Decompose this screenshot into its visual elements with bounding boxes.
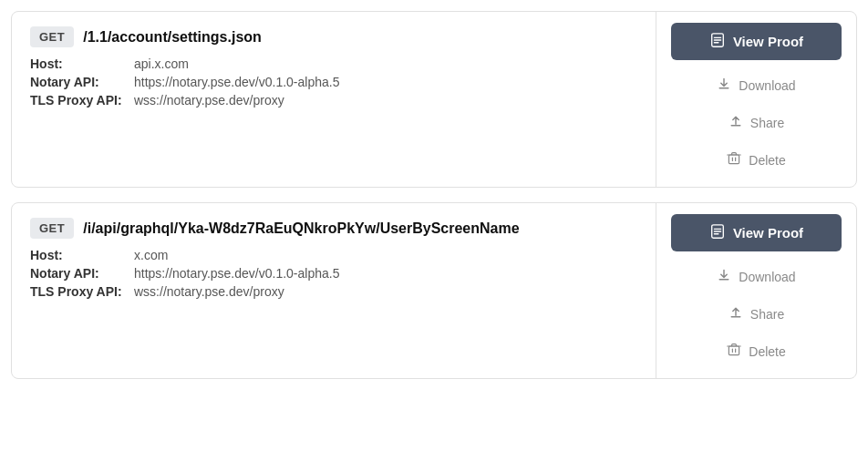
view-proof-button[interactable]: View Proof xyxy=(671,23,842,60)
method-badge: GET xyxy=(30,218,74,239)
delete-button[interactable]: Delete xyxy=(671,335,842,367)
endpoint-row: GET /1.1/account/settings.json xyxy=(30,26,637,47)
endpoint-row: GET /i/api/graphql/Yka-W8dz7RaEuQNkroPkY… xyxy=(30,218,637,239)
record-card-2: GET /i/api/graphql/Yka-W8dz7RaEuQNkroPkY… xyxy=(11,202,857,379)
tls-value: wss://notary.pse.dev/proxy xyxy=(134,284,284,299)
host-value: api.x.com xyxy=(134,56,189,71)
delete-icon xyxy=(727,343,741,360)
share-icon xyxy=(728,305,743,323)
view-proof-label: View Proof xyxy=(733,34,803,49)
view-proof-icon xyxy=(709,223,726,242)
card-actions-1: View Proof Download Shar xyxy=(656,12,856,187)
delete-icon xyxy=(727,151,741,169)
notary-label: Notary API: xyxy=(30,75,130,89)
view-proof-label: View Proof xyxy=(733,225,803,241)
delete-label: Delete xyxy=(749,153,785,168)
download-button[interactable]: Download xyxy=(671,69,842,101)
tls-row: TLS Proxy API: wss://notary.pse.dev/prox… xyxy=(30,284,637,299)
share-label: Share xyxy=(750,116,784,130)
notary-value: https://notary.pse.dev/v0.1.0-alpha.5 xyxy=(134,266,339,281)
delete-button[interactable]: Delete xyxy=(671,144,842,176)
view-proof-button[interactable]: View Proof xyxy=(671,214,842,251)
method-badge: GET xyxy=(30,26,74,47)
endpoint-path: /1.1/account/settings.json xyxy=(83,29,262,46)
card-actions-2: View Proof Download Shar xyxy=(656,203,856,378)
record-card-1: GET /1.1/account/settings.json Host: api… xyxy=(11,11,857,188)
share-label: Share xyxy=(750,307,784,322)
notary-label: Notary API: xyxy=(30,266,130,281)
share-button[interactable]: Share xyxy=(671,298,842,330)
host-label: Host: xyxy=(30,248,130,262)
share-button[interactable]: Share xyxy=(671,107,842,138)
download-label: Download xyxy=(739,78,795,93)
delete-label: Delete xyxy=(749,344,785,359)
notary-value: https://notary.pse.dev/v0.1.0-alpha.5 xyxy=(134,75,339,89)
host-label: Host: xyxy=(30,56,130,71)
svg-rect-16 xyxy=(729,346,739,355)
notary-row: Notary API: https://notary.pse.dev/v0.1.… xyxy=(30,266,637,281)
download-icon xyxy=(717,77,731,94)
download-button[interactable]: Download xyxy=(671,261,842,292)
host-row: Host: api.x.com xyxy=(30,56,637,71)
tls-value: wss://notary.pse.dev/proxy xyxy=(134,93,284,108)
endpoint-path: /i/api/graphql/Yka-W8dz7RaEuQNkroPkYw/Us… xyxy=(83,220,519,237)
share-icon xyxy=(728,114,743,131)
svg-rect-6 xyxy=(729,155,739,164)
tls-label: TLS Proxy API: xyxy=(30,93,130,108)
host-value: x.com xyxy=(134,248,168,262)
download-icon xyxy=(717,268,731,285)
card-content-2: GET /i/api/graphql/Yka-W8dz7RaEuQNkroPkY… xyxy=(12,203,656,378)
tls-label: TLS Proxy API: xyxy=(30,284,130,299)
view-proof-icon xyxy=(709,32,726,51)
tls-row: TLS Proxy API: wss://notary.pse.dev/prox… xyxy=(30,93,637,108)
host-row: Host: x.com xyxy=(30,248,637,262)
card-content-1: GET /1.1/account/settings.json Host: api… xyxy=(12,12,656,187)
notary-row: Notary API: https://notary.pse.dev/v0.1.… xyxy=(30,75,637,89)
download-label: Download xyxy=(739,270,795,284)
